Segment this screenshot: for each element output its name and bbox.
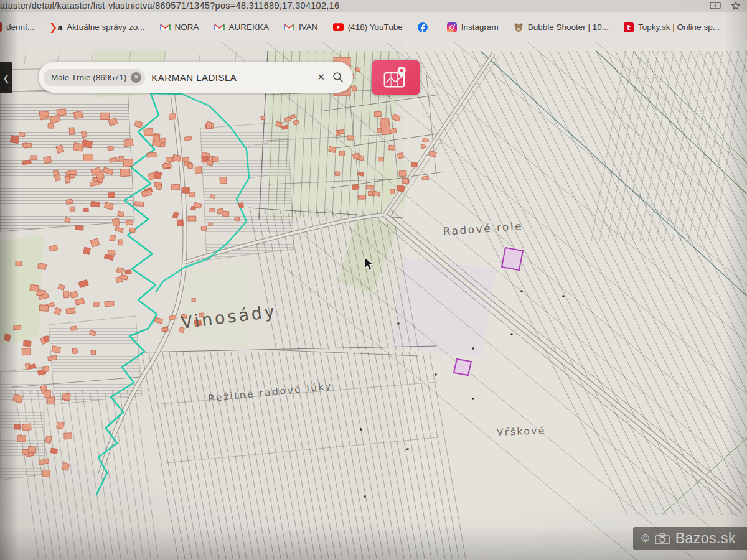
watermark-text: Bazos.sk — [675, 530, 736, 547]
bookmark-label: Bubble Shooter | 10... — [528, 22, 609, 32]
instagram-icon — [447, 22, 457, 32]
gmail-icon — [160, 23, 171, 31]
map-label-vrskove: Vŕškové — [497, 425, 547, 438]
map-search-bar: Malé Tŕnie (869571) × KARMAN LADISLA ✕ — [39, 62, 353, 93]
bookmark-item[interactable]: t Topky.sk | Online sp... — [624, 22, 720, 32]
url-text[interactable]: ataster/detail/kataster/list-vlastnictva… — [0, 1, 710, 11]
topky-icon: t — [624, 22, 634, 32]
aktuality-icon: ❯a — [49, 21, 62, 33]
bear-icon — [514, 22, 524, 32]
highlighted-parcel[interactable] — [502, 248, 523, 270]
search-icon[interactable] — [332, 72, 344, 83]
bookmark-label: Aktuálne správy zo... — [67, 22, 144, 32]
red-site-icon — [0, 22, 2, 32]
bookmark-item[interactable]: NORA — [160, 22, 199, 32]
clear-search-icon[interactable]: ✕ — [316, 72, 326, 83]
browser-url-bar: ataster/detail/kataster/list-vlastnictva… — [0, 0, 747, 12]
chip-remove-icon[interactable]: × — [131, 72, 141, 83]
bookmark-label: Topky.sk | Online sp... — [638, 22, 720, 32]
highlighted-parcel[interactable] — [454, 359, 471, 375]
youtube-icon — [333, 23, 344, 31]
bookmark-label: IVAN — [299, 22, 318, 32]
municipality-chip[interactable]: Malé Tŕnie (869571) × — [44, 69, 145, 86]
bookmark-item[interactable]: (418) YouTube — [333, 22, 403, 32]
gmail-icon — [214, 23, 225, 31]
bookmark-star-icon[interactable] — [731, 1, 741, 11]
bookmark-label: denní... — [6, 22, 34, 32]
search-input[interactable]: KARMAN LADISLA — [151, 72, 309, 83]
bookmark-item[interactable]: IVAN — [284, 22, 318, 32]
map-layers-button[interactable] — [372, 60, 420, 95]
bookmark-label: AUREKKA — [229, 22, 270, 32]
map-pin-icon — [383, 65, 409, 90]
bookmark-item[interactable]: AUREKKA — [214, 22, 270, 32]
gmail-icon — [284, 23, 294, 31]
chip-label: Malé Tŕnie (869571) — [51, 73, 126, 82]
copyright-symbol: © — [641, 533, 649, 545]
bookmark-item[interactable]: Bubble Shooter | 10... — [514, 22, 609, 32]
bookmark-item[interactable]: denní... — [0, 22, 34, 32]
camera-icon — [655, 533, 670, 544]
bookmark-label: NORA — [175, 22, 199, 32]
send-to-device-icon[interactable] — [710, 1, 721, 11]
bookmark-item[interactable] — [418, 22, 432, 32]
chevron-left-icon: ❮ — [3, 73, 10, 83]
bookmark-label: Instagram — [461, 22, 499, 32]
bookmark-item[interactable]: Instagram — [447, 22, 499, 32]
facebook-icon — [418, 22, 428, 32]
bookmark-item[interactable]: ❯a Aktuálne správy zo... — [49, 21, 145, 33]
bookmarks-bar: denní... ❯a Aktuálne správy zo... NORA A… — [0, 12, 747, 42]
watermark: © Bazos.sk — [633, 527, 747, 550]
svg-text:t: t — [627, 23, 631, 32]
collapse-panel-button[interactable]: ❮ — [0, 62, 12, 93]
bookmark-label: (418) YouTube — [348, 22, 403, 32]
